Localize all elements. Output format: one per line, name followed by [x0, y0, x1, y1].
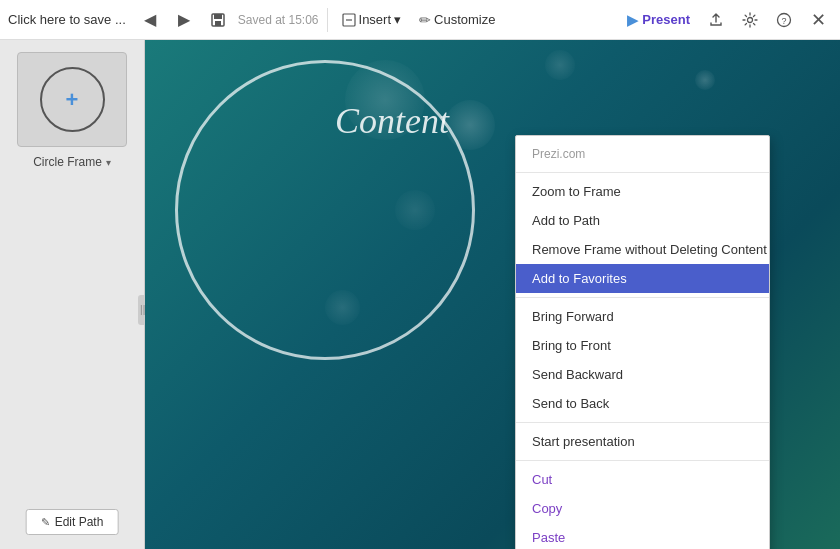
ctx-add-to-path[interactable]: Add to Path — [516, 206, 769, 235]
circle-frame-icon: + — [40, 67, 105, 132]
bokeh-1 — [345, 60, 425, 140]
ctx-section-frame: Zoom to Frame Add to Path Remove Frame w… — [516, 173, 769, 298]
ctx-paste[interactable]: Paste — [516, 523, 769, 549]
ctx-remove-frame[interactable]: Remove Frame without Deleting Content — [516, 235, 769, 264]
chevron-down-icon: ▾ — [106, 157, 111, 168]
ctx-section-order: Bring Forward Bring to Front Send Backwa… — [516, 298, 769, 423]
settings-button[interactable] — [736, 6, 764, 34]
ctx-bring-to-front[interactable]: Bring to Front — [516, 331, 769, 360]
ctx-start-presentation[interactable]: Start presentation — [516, 427, 769, 456]
redo-button[interactable]: ▶ — [170, 6, 198, 34]
close-button[interactable]: ✕ — [804, 6, 832, 34]
svg-rect-1 — [214, 14, 222, 19]
help-button[interactable]: ? — [770, 6, 798, 34]
plus-icon: + — [66, 87, 79, 113]
svg-rect-2 — [215, 21, 221, 26]
ctx-send-backward[interactable]: Send Backward — [516, 360, 769, 389]
svg-point-5 — [748, 17, 753, 22]
ctx-add-to-favorites[interactable]: Add to Favorites — [516, 264, 769, 293]
ctx-copy[interactable]: Copy — [516, 494, 769, 523]
bokeh-8 — [325, 290, 360, 325]
ctx-section-edit: Cut Copy Paste Delete — [516, 461, 769, 549]
ctx-send-to-back[interactable]: Send to Back — [516, 389, 769, 418]
share-button[interactable] — [702, 6, 730, 34]
edit-path-button[interactable]: ✎ Edit Path — [26, 509, 119, 535]
save-button[interactable] — [204, 6, 232, 34]
customize-button[interactable]: ✏ Customize — [413, 8, 501, 32]
bokeh-5 — [695, 70, 715, 90]
play-icon: ▶ — [627, 12, 638, 28]
ctx-site-label: Prezi.com — [516, 140, 769, 168]
ctx-cut[interactable]: Cut — [516, 465, 769, 494]
left-panel: + Circle Frame ▾ ||| ✎ Edit Path — [0, 40, 145, 549]
frame-label[interactable]: Circle Frame ▾ — [33, 155, 111, 169]
canvas-circle-frame — [175, 60, 475, 360]
toolbar: Click here to save ... ◀ ▶ Saved at 15:0… — [0, 0, 840, 40]
undo-button[interactable]: ◀ — [136, 6, 164, 34]
main-layout: + Circle Frame ▾ ||| ✎ Edit Path Content — [0, 40, 840, 549]
ctx-zoom-to-frame[interactable]: Zoom to Frame — [516, 177, 769, 206]
separator-1 — [327, 8, 328, 32]
saved-timestamp: Saved at 15:06 — [238, 13, 319, 27]
ctx-section-present: Start presentation — [516, 423, 769, 461]
bokeh-6 — [395, 190, 435, 230]
present-button[interactable]: ▶ Present — [621, 8, 696, 32]
pencil-icon: ✎ — [41, 516, 50, 529]
bokeh-2 — [445, 100, 495, 150]
canvas-area[interactable]: Content Prezi.com Zoom to Frame Add to P… — [145, 40, 840, 549]
canvas-content-text: Content — [335, 100, 449, 142]
save-label[interactable]: Click here to save ... — [8, 12, 126, 27]
circle-frame-thumbnail[interactable]: + — [17, 52, 127, 147]
bokeh-3 — [545, 50, 575, 80]
ctx-section-site: Prezi.com — [516, 136, 769, 173]
ctx-bring-forward[interactable]: Bring Forward — [516, 302, 769, 331]
context-menu: Prezi.com Zoom to Frame Add to Path Remo… — [515, 135, 770, 549]
insert-button[interactable]: Insert ▾ — [336, 8, 408, 31]
svg-text:?: ? — [781, 16, 786, 26]
